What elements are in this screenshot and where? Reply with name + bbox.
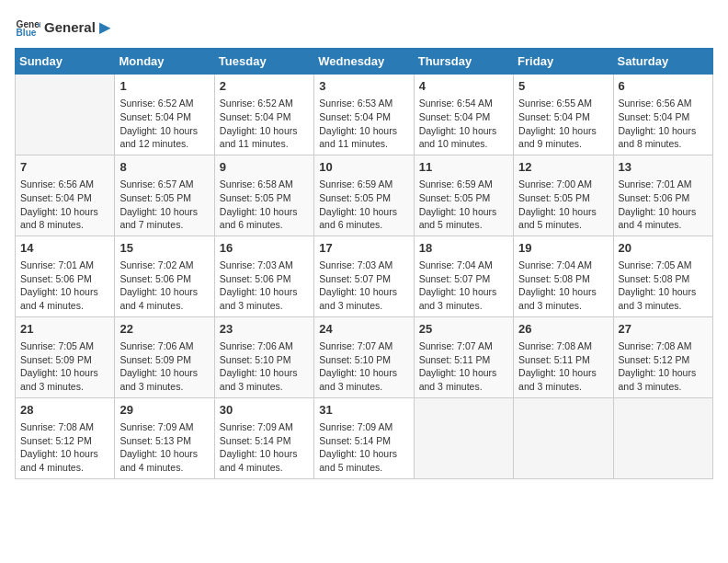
calendar-week-row: 1Sunrise: 6:52 AM Sunset: 5:04 PM Daylig… [16,75,713,155]
day-number: 9 [220,159,309,176]
day-number: 22 [119,321,209,338]
day-info: Sunrise: 7:08 AM Sunset: 5:11 PM Dayligh… [518,339,608,394]
calendar-cell: 28Sunrise: 7:08 AM Sunset: 5:12 PM Dayli… [16,397,115,478]
calendar-cell: 3Sunrise: 6:53 AM Sunset: 5:04 PM Daylig… [314,75,414,155]
day-number: 30 [220,402,309,419]
day-info: Sunrise: 7:05 AM Sunset: 5:09 PM Dayligh… [20,339,109,394]
calendar-week-row: 7Sunrise: 6:56 AM Sunset: 5:04 PM Daylig… [16,155,713,236]
weekday-header-saturday: Saturday [613,49,712,75]
weekday-header-thursday: Thursday [414,49,513,75]
calendar-cell: 5Sunrise: 6:55 AM Sunset: 5:04 PM Daylig… [514,75,613,155]
calendar-cell [514,397,613,478]
day-number: 27 [619,321,708,338]
weekday-header-wednesday: Wednesday [314,49,414,75]
day-number: 19 [518,240,608,257]
weekday-header-monday: Monday [115,49,214,75]
day-info: Sunrise: 6:59 AM Sunset: 5:05 PM Dayligh… [419,178,508,232]
day-number: 26 [518,321,608,338]
calendar-cell [16,75,115,155]
day-number: 14 [20,240,109,257]
calendar-table: SundayMondayTuesdayWednesdayThursdayFrid… [15,48,713,479]
day-number: 13 [619,159,708,176]
day-number: 12 [518,159,608,176]
calendar-cell: 15Sunrise: 7:02 AM Sunset: 5:06 PM Dayli… [115,236,214,316]
day-number: 31 [319,402,408,419]
calendar-cell: 25Sunrise: 7:07 AM Sunset: 5:11 PM Dayli… [414,316,513,397]
calendar-cell: 8Sunrise: 6:57 AM Sunset: 5:05 PM Daylig… [115,155,214,236]
day-info: Sunrise: 6:52 AM Sunset: 5:04 PM Dayligh… [119,97,209,151]
calendar-cell: 30Sunrise: 7:09 AM Sunset: 5:14 PM Dayli… [214,397,313,478]
day-info: Sunrise: 6:58 AM Sunset: 5:05 PM Dayligh… [220,178,309,232]
calendar-body: 1Sunrise: 6:52 AM Sunset: 5:04 PM Daylig… [16,75,713,479]
day-number: 10 [319,159,408,176]
day-info: Sunrise: 7:08 AM Sunset: 5:12 PM Dayligh… [20,420,109,475]
calendar-cell: 24Sunrise: 7:07 AM Sunset: 5:10 PM Dayli… [314,316,414,397]
day-info: Sunrise: 7:03 AM Sunset: 5:06 PM Dayligh… [220,259,309,313]
day-info: Sunrise: 6:53 AM Sunset: 5:04 PM Dayligh… [319,97,408,151]
day-info: Sunrise: 6:56 AM Sunset: 5:04 PM Dayligh… [20,178,109,232]
day-number: 29 [119,402,209,419]
calendar-cell: 9Sunrise: 6:58 AM Sunset: 5:05 PM Daylig… [214,155,313,236]
day-info: Sunrise: 6:52 AM Sunset: 5:04 PM Dayligh… [220,97,309,151]
day-number: 6 [619,78,708,95]
calendar-cell: 27Sunrise: 7:08 AM Sunset: 5:12 PM Dayli… [613,316,712,397]
day-number: 7 [20,159,109,176]
logo-icon: General Blue [15,15,40,40]
day-number: 18 [419,240,508,257]
calendar-cell: 18Sunrise: 7:04 AM Sunset: 5:07 PM Dayli… [414,236,513,316]
day-info: Sunrise: 7:04 AM Sunset: 5:07 PM Dayligh… [419,259,508,313]
day-info: Sunrise: 6:57 AM Sunset: 5:05 PM Dayligh… [119,178,209,232]
weekday-header-sunday: Sunday [16,49,115,75]
calendar-cell: 19Sunrise: 7:04 AM Sunset: 5:08 PM Dayli… [514,236,613,316]
weekday-header-tuesday: Tuesday [214,49,313,75]
calendar-cell: 17Sunrise: 7:03 AM Sunset: 5:07 PM Dayli… [314,236,414,316]
calendar-week-row: 14Sunrise: 7:01 AM Sunset: 5:06 PM Dayli… [16,236,713,316]
day-number: 20 [619,240,708,257]
calendar-cell: 4Sunrise: 6:54 AM Sunset: 5:04 PM Daylig… [414,75,513,155]
day-info: Sunrise: 6:54 AM Sunset: 5:04 PM Dayligh… [419,97,508,151]
day-number: 17 [319,240,408,257]
day-number: 28 [20,402,109,419]
calendar-cell: 2Sunrise: 6:52 AM Sunset: 5:04 PM Daylig… [214,75,313,155]
calendar-cell: 1Sunrise: 6:52 AM Sunset: 5:04 PM Daylig… [115,75,214,155]
day-info: Sunrise: 7:07 AM Sunset: 5:10 PM Dayligh… [319,339,408,394]
calendar-cell [414,397,513,478]
day-info: Sunrise: 7:02 AM Sunset: 5:06 PM Dayligh… [119,259,209,313]
day-number: 4 [419,78,508,95]
logo: General Blue General ▶ [15,15,110,40]
calendar-cell: 10Sunrise: 6:59 AM Sunset: 5:05 PM Dayli… [314,155,414,236]
calendar-cell: 29Sunrise: 7:09 AM Sunset: 5:13 PM Dayli… [115,397,214,478]
day-info: Sunrise: 7:03 AM Sunset: 5:07 PM Dayligh… [319,259,408,313]
calendar-cell: 12Sunrise: 7:00 AM Sunset: 5:05 PM Dayli… [514,155,613,236]
day-info: Sunrise: 6:56 AM Sunset: 5:04 PM Dayligh… [619,97,708,151]
svg-text:Blue: Blue [17,28,37,38]
day-number: 1 [119,78,209,95]
calendar-week-row: 21Sunrise: 7:05 AM Sunset: 5:09 PM Dayli… [16,316,713,397]
weekday-header-row: SundayMondayTuesdayWednesdayThursdayFrid… [16,49,713,75]
calendar-cell [613,397,712,478]
calendar-cell: 11Sunrise: 6:59 AM Sunset: 5:05 PM Dayli… [414,155,513,236]
day-info: Sunrise: 6:59 AM Sunset: 5:05 PM Dayligh… [319,178,408,232]
day-number: 11 [419,159,508,176]
day-number: 21 [20,321,109,338]
calendar-cell: 7Sunrise: 6:56 AM Sunset: 5:04 PM Daylig… [16,155,115,236]
day-number: 5 [518,78,608,95]
calendar-week-row: 28Sunrise: 7:08 AM Sunset: 5:12 PM Dayli… [16,397,713,478]
day-info: Sunrise: 7:06 AM Sunset: 5:09 PM Dayligh… [119,339,209,394]
day-info: Sunrise: 7:07 AM Sunset: 5:11 PM Dayligh… [419,339,508,394]
calendar-cell: 31Sunrise: 7:09 AM Sunset: 5:14 PM Dayli… [314,397,414,478]
day-info: Sunrise: 7:09 AM Sunset: 5:14 PM Dayligh… [319,420,408,475]
day-number: 3 [319,78,408,95]
calendar-cell: 22Sunrise: 7:06 AM Sunset: 5:09 PM Dayli… [115,316,214,397]
calendar-cell: 14Sunrise: 7:01 AM Sunset: 5:06 PM Dayli… [16,236,115,316]
day-info: Sunrise: 7:09 AM Sunset: 5:13 PM Dayligh… [119,420,209,475]
day-number: 24 [319,321,408,338]
day-info: Sunrise: 7:04 AM Sunset: 5:08 PM Dayligh… [518,259,608,313]
calendar-cell: 20Sunrise: 7:05 AM Sunset: 5:08 PM Dayli… [613,236,712,316]
calendar-cell: 13Sunrise: 7:01 AM Sunset: 5:06 PM Dayli… [613,155,712,236]
page-header: General Blue General ▶ [15,15,713,40]
day-info: Sunrise: 7:09 AM Sunset: 5:14 PM Dayligh… [220,420,309,475]
calendar-cell: 26Sunrise: 7:08 AM Sunset: 5:11 PM Dayli… [514,316,613,397]
day-info: Sunrise: 7:00 AM Sunset: 5:05 PM Dayligh… [518,178,608,232]
day-info: Sunrise: 7:05 AM Sunset: 5:08 PM Dayligh… [619,259,708,313]
